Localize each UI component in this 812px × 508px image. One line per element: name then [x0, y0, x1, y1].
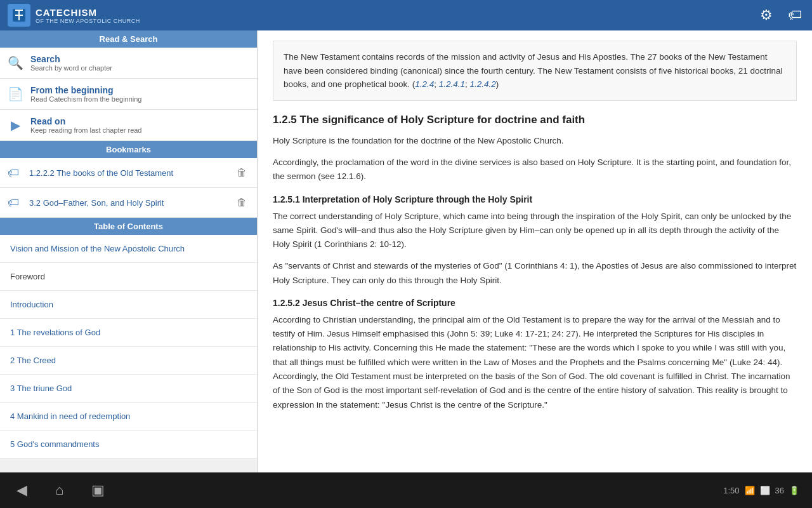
search-item[interactable]: 🔍 Search Search by word or chapter — [0, 48, 257, 79]
from-beginning-icon: 📄 — [8, 86, 23, 102]
app-logo: CATECHISM OF THE NEW APOSTOLIC CHURCH — [8, 4, 140, 27]
read-search-header: Read & Search — [0, 30, 257, 48]
toc-triune-god-label: 3 The triune God — [10, 384, 72, 393]
delete-bookmark-1[interactable]: 🗑 — [234, 164, 249, 181]
intro-ref-3[interactable]: 1.2.4.2 — [470, 79, 496, 89]
toc-foreword-label: Foreword — [10, 272, 45, 281]
bookmark-label-1: 1.2.2.2 The books of the Old Testament — [29, 168, 228, 178]
right-panel: The New Testament contains records of th… — [258, 30, 812, 472]
toc-vision-mission-label: Vision and Mission of the New Apostolic … — [10, 244, 185, 253]
paragraph-1: Holy Scripture is the foundation for the… — [273, 134, 797, 148]
toc-revelations-label: 1 The revelations of God — [10, 328, 100, 337]
toc-commandments[interactable]: 5 God's commandments — [0, 431, 257, 458]
subheading-1: 1.2.5.1 Interpretation of Holy Scripture… — [273, 194, 797, 204]
toc-introduction-label: Introduction — [10, 300, 53, 309]
home-button[interactable]: ⌂ — [51, 478, 67, 502]
clock: 1:50 — [723, 486, 739, 495]
screen-icon: ⬜ — [760, 486, 770, 495]
bookmark-item-2[interactable]: 🏷 3.2 God–Father, Son, and Holy Spirit 🗑 — [0, 188, 257, 218]
intro-ref-2[interactable]: 1.2.4.1 — [439, 79, 465, 89]
brightness-value: 36 — [775, 486, 784, 495]
signal-icon: 📶 — [745, 486, 755, 495]
from-beginning-title: From the beginning — [30, 85, 141, 95]
logo-text: CATECHISM OF THE NEW APOSTOLIC CHURCH — [36, 7, 140, 24]
toc-introduction[interactable]: Introduction — [0, 291, 257, 319]
main-area: Read & Search 🔍 Search Search by word or… — [0, 30, 812, 472]
from-beginning-item[interactable]: 📄 From the beginning Read Catechism from… — [0, 79, 257, 110]
read-on-title: Read on — [30, 116, 142, 126]
app-title: CATECHISM — [36, 7, 140, 18]
toc-triune-god[interactable]: 3 The triune God — [0, 375, 257, 403]
delete-bookmark-2[interactable]: 🗑 — [234, 194, 249, 211]
top-header: CATECHISM OF THE NEW APOSTOLIC CHURCH ⚙ … — [0, 0, 812, 30]
header-icons: ⚙ 🏷 — [757, 4, 804, 26]
paragraph-4: As "servants of Christ and stewards of t… — [273, 259, 797, 288]
bookmarks-header: Bookmarks — [0, 141, 257, 158]
toc-mankind-redemption-label: 4 Mankind in need of redemption — [10, 411, 130, 421]
toc-foreword[interactable]: Foreword — [0, 263, 257, 291]
status-bar: 1:50 📶 ⬜ 36 🔋 — [723, 486, 799, 495]
battery-icon: 🔋 — [789, 486, 799, 495]
left-panel: Read & Search 🔍 Search Search by word or… — [0, 30, 258, 472]
toc-commandments-label: 5 God's commandments — [10, 439, 100, 449]
search-icon: 🔍 — [8, 55, 23, 70]
toc-creed[interactable]: 2 The Creed — [0, 347, 257, 375]
toc-vision-mission[interactable]: Vision and Mission of the New Apostolic … — [0, 235, 257, 263]
read-on-icon: ▶ — [8, 117, 23, 133]
back-button[interactable]: ◀ — [13, 478, 31, 502]
paragraph-5: According to Christian understanding, th… — [273, 313, 797, 412]
bookmark-label-2: 3.2 God–Father, Son, and Holy Spirit — [29, 198, 228, 208]
bookmarks-button[interactable]: 🏷 — [785, 4, 804, 26]
content-intro-block: The New Testament contains records of th… — [273, 41, 797, 101]
subheading-2: 1.2.5.2 Jesus Christ–the centre of Scrip… — [273, 298, 797, 308]
logo-icon — [8, 4, 30, 27]
toc-revelations[interactable]: 1 The revelations of God — [0, 319, 257, 347]
app-subtitle: OF THE NEW APOSTOLIC CHURCH — [36, 18, 140, 24]
bottom-nav: ◀ ⌂ ▣ 1:50 📶 ⬜ 36 🔋 — [0, 472, 812, 508]
search-title: Search — [30, 54, 112, 64]
paragraph-3: The correct understanding of Holy Script… — [273, 210, 797, 252]
settings-button[interactable]: ⚙ — [757, 4, 775, 26]
apps-button[interactable]: ▣ — [88, 478, 108, 502]
intro-ref-1[interactable]: 1.2.4 — [415, 79, 434, 89]
bottom-nav-left: ◀ ⌂ ▣ — [13, 478, 108, 502]
bookmark-icon-1: 🏷 — [8, 166, 23, 180]
paragraph-2: Accordingly, the proclamation of the wor… — [273, 156, 797, 184]
read-on-item[interactable]: ▶ Read on Keep reading from last chapter… — [0, 110, 257, 141]
search-subtitle: Search by word or chapter — [30, 64, 112, 72]
read-on-subtitle: Keep reading from last chapter read — [30, 126, 142, 134]
bookmark-icon-2: 🏷 — [8, 196, 23, 210]
bookmark-item-1[interactable]: 🏷 1.2.2.2 The books of the Old Testament… — [0, 158, 257, 188]
from-beginning-subtitle: Read Catechism from the beginning — [30, 95, 141, 103]
intro-text: The New Testament contains records of th… — [284, 52, 782, 89]
toc-header: Table of Contents — [0, 218, 257, 235]
toc-mankind-redemption[interactable]: 4 Mankind in need of redemption — [0, 403, 257, 431]
main-heading: 1.2.5 The significance of Holy Scripture… — [273, 114, 797, 126]
toc-creed-label: 2 The Creed — [10, 356, 56, 365]
